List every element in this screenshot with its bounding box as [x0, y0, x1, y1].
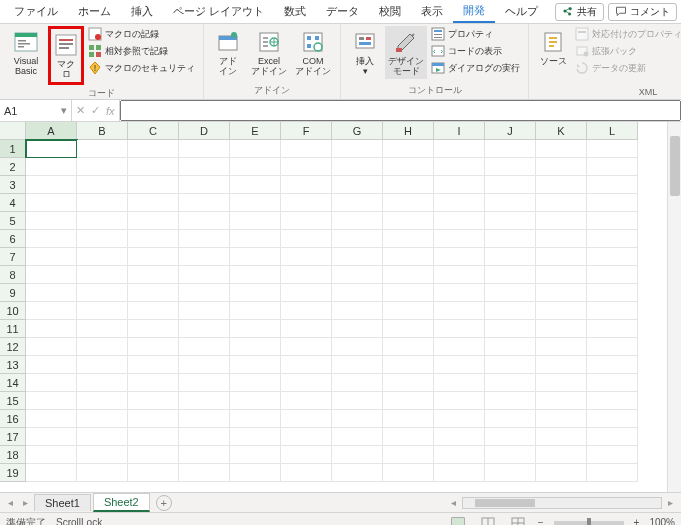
cell[interactable] [383, 320, 434, 338]
cell[interactable] [332, 356, 383, 374]
cell[interactable] [281, 248, 332, 266]
cell[interactable] [77, 212, 128, 230]
cell[interactable] [281, 284, 332, 302]
cell[interactable] [587, 212, 638, 230]
row-header[interactable]: 15 [0, 392, 26, 410]
cell[interactable] [179, 320, 230, 338]
cell[interactable] [383, 446, 434, 464]
cell[interactable] [485, 320, 536, 338]
hscroll-left[interactable]: ◂ [447, 497, 460, 508]
cell[interactable] [281, 356, 332, 374]
cell[interactable] [77, 248, 128, 266]
cell[interactable] [77, 140, 128, 158]
cell[interactable] [536, 194, 587, 212]
cell[interactable] [281, 212, 332, 230]
cell[interactable] [230, 356, 281, 374]
cell[interactable] [230, 392, 281, 410]
share-button[interactable]: 共有 [555, 3, 604, 21]
cell[interactable] [587, 230, 638, 248]
cell[interactable] [77, 194, 128, 212]
cell[interactable] [332, 338, 383, 356]
cell[interactable] [179, 446, 230, 464]
cell[interactable] [281, 320, 332, 338]
cell[interactable] [332, 158, 383, 176]
cell[interactable] [383, 284, 434, 302]
cell[interactable] [179, 392, 230, 410]
cell[interactable] [587, 374, 638, 392]
cell[interactable] [434, 284, 485, 302]
name-box-dropdown-icon[interactable]: ▾ [61, 104, 67, 117]
cell[interactable] [383, 356, 434, 374]
menu-file[interactable]: ファイル [4, 1, 68, 22]
cell[interactable] [281, 158, 332, 176]
zoom-in-button[interactable]: + [634, 517, 640, 525]
cell[interactable] [383, 392, 434, 410]
cell[interactable] [434, 176, 485, 194]
cell[interactable] [281, 230, 332, 248]
view-code-button[interactable]: コードの表示 [429, 43, 522, 59]
sheet-tab-sheet1[interactable]: Sheet1 [34, 494, 91, 511]
cell[interactable] [77, 338, 128, 356]
cell[interactable] [26, 302, 77, 320]
cell[interactable] [128, 392, 179, 410]
cell[interactable] [536, 176, 587, 194]
cell[interactable] [434, 230, 485, 248]
row-header[interactable]: 11 [0, 320, 26, 338]
cell[interactable] [383, 374, 434, 392]
cell[interactable] [26, 428, 77, 446]
cell[interactable] [230, 446, 281, 464]
cell[interactable] [587, 320, 638, 338]
row-header[interactable]: 17 [0, 428, 26, 446]
menu-home[interactable]: ホーム [68, 1, 121, 22]
cell[interactable] [587, 176, 638, 194]
comments-button[interactable]: コメント [608, 3, 677, 21]
cell[interactable] [587, 446, 638, 464]
cell[interactable] [230, 284, 281, 302]
cell[interactable] [179, 356, 230, 374]
cell[interactable] [485, 212, 536, 230]
cell[interactable] [485, 302, 536, 320]
tab-nav-next[interactable]: ▸ [19, 497, 32, 508]
cell[interactable] [179, 284, 230, 302]
relative-reference-button[interactable]: 相対参照で記録 [86, 43, 197, 59]
row-header[interactable]: 9 [0, 284, 26, 302]
cell[interactable] [434, 158, 485, 176]
cell[interactable] [332, 248, 383, 266]
cell[interactable] [26, 230, 77, 248]
cell[interactable] [383, 158, 434, 176]
properties-button[interactable]: プロパティ [429, 26, 522, 42]
row-header[interactable]: 18 [0, 446, 26, 464]
cell[interactable] [536, 140, 587, 158]
cell[interactable] [434, 266, 485, 284]
excel-addin-button[interactable]: Excel アドイン [248, 26, 290, 79]
cell[interactable] [179, 176, 230, 194]
cancel-formula-icon[interactable]: ✕ [76, 104, 85, 117]
cell[interactable] [128, 212, 179, 230]
cell[interactable] [179, 212, 230, 230]
macro-button[interactable]: マクロ [48, 26, 84, 85]
cell[interactable] [128, 266, 179, 284]
cell[interactable] [383, 230, 434, 248]
menu-data[interactable]: データ [316, 1, 369, 22]
cell[interactable] [434, 374, 485, 392]
cell[interactable] [281, 194, 332, 212]
extension-pack-button[interactable]: 拡張パック [573, 43, 681, 59]
refresh-data-button[interactable]: データの更新 [573, 60, 681, 76]
cell[interactable] [26, 140, 77, 158]
cell[interactable] [128, 284, 179, 302]
cell[interactable] [485, 248, 536, 266]
cell[interactable] [587, 338, 638, 356]
cell[interactable] [485, 338, 536, 356]
cell[interactable] [77, 158, 128, 176]
cell[interactable] [434, 248, 485, 266]
addin-button[interactable]: アド イン [210, 26, 246, 79]
cell[interactable] [485, 176, 536, 194]
menu-help[interactable]: ヘルプ [495, 1, 548, 22]
cell[interactable] [434, 464, 485, 482]
cell[interactable] [281, 266, 332, 284]
cell[interactable] [383, 266, 434, 284]
cell[interactable] [332, 212, 383, 230]
map-properties-button[interactable]: 対応付けのプロパティ [573, 26, 681, 42]
cell[interactable] [536, 266, 587, 284]
cell[interactable] [26, 374, 77, 392]
